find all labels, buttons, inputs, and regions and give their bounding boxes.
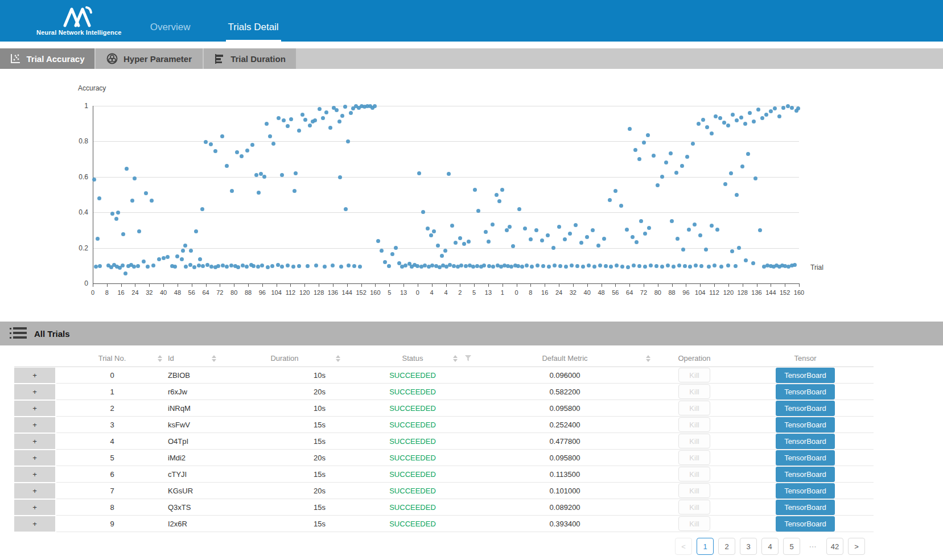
scatter-point[interactable] — [628, 127, 632, 131]
scatter-point[interactable] — [331, 263, 335, 267]
sort-icon-id[interactable] — [212, 355, 216, 362]
kill-button[interactable]: Kill — [678, 500, 710, 514]
scatter-point[interactable] — [643, 232, 647, 236]
scatter-point[interactable] — [204, 140, 208, 144]
scatter-point[interactable] — [753, 176, 757, 180]
scatter-point[interactable] — [735, 118, 739, 122]
scatter-point[interactable] — [230, 189, 234, 193]
kill-button[interactable]: Kill — [678, 450, 710, 465]
scatter-point[interactable] — [604, 264, 608, 268]
scatter-point[interactable] — [596, 244, 600, 248]
scatter-point[interactable] — [394, 246, 398, 250]
row-expander-button[interactable]: + — [14, 483, 56, 499]
scatter-point[interactable] — [198, 257, 202, 261]
scatter-point[interactable] — [349, 111, 353, 115]
tab-trial-duration[interactable]: Trial Duration — [204, 48, 296, 69]
scatter-point[interactable] — [277, 116, 281, 120]
scatter-point[interactable] — [280, 265, 284, 269]
scatter-point[interactable] — [166, 255, 170, 259]
scatter-point[interactable] — [793, 263, 797, 267]
scatter-point[interactable] — [294, 171, 298, 175]
scatter-point[interactable] — [520, 265, 524, 269]
scatter-point[interactable] — [568, 232, 572, 236]
scatter-point[interactable] — [250, 143, 254, 147]
scatter-point[interactable] — [730, 249, 734, 253]
scatter-point[interactable] — [551, 246, 555, 250]
scatter-point[interactable] — [268, 134, 272, 138]
scatter-point[interactable] — [200, 207, 204, 211]
scatter-point[interactable] — [338, 175, 342, 179]
kill-button[interactable]: Kill — [678, 417, 710, 432]
scatter-point[interactable] — [669, 151, 673, 155]
scatter-point[interactable] — [625, 228, 629, 232]
scatter-point[interactable] — [282, 118, 286, 122]
scatter-point[interactable] — [722, 121, 726, 125]
kill-button[interactable]: Kill — [678, 467, 710, 481]
scatter-point[interactable] — [447, 172, 451, 176]
scatter-point[interactable] — [734, 264, 738, 268]
row-expander-button[interactable]: + — [14, 400, 56, 417]
scatter-point[interactable] — [540, 238, 544, 242]
scatter-point[interactable] — [125, 167, 129, 171]
scatter-point[interactable] — [484, 230, 488, 234]
scatter-point[interactable] — [475, 264, 479, 268]
scatter-point[interactable] — [96, 237, 100, 241]
scatter-point[interactable] — [713, 263, 716, 267]
scatter-point[interactable] — [698, 233, 702, 237]
scatter-point[interactable] — [609, 265, 613, 269]
scatter-point[interactable] — [221, 263, 225, 267]
scatter-point[interactable] — [685, 155, 689, 159]
scatter-point[interactable] — [723, 182, 727, 186]
scatter-point[interactable] — [697, 122, 701, 126]
scatter-point[interactable] — [262, 175, 266, 179]
scatter-point[interactable] — [321, 116, 325, 120]
scatter-point[interactable] — [752, 120, 756, 123]
row-expander-button[interactable]: + — [14, 417, 56, 433]
scatter-point[interactable] — [626, 265, 630, 269]
tab-hyper-parameter[interactable]: Hyper Parameter — [96, 48, 203, 69]
scatter-point[interactable] — [181, 249, 185, 253]
scatter-point[interactable] — [677, 263, 681, 267]
scatter-point[interactable] — [205, 263, 209, 267]
scatter-point[interactable] — [660, 265, 664, 269]
scatter-point[interactable] — [536, 263, 540, 267]
tensorboard-button[interactable]: TensorBoard — [776, 401, 835, 416]
scatter-point[interactable] — [464, 264, 468, 268]
scatter-point[interactable] — [313, 118, 317, 122]
scatter-point[interactable] — [619, 204, 623, 208]
filter-icon[interactable] — [465, 355, 471, 361]
scatter-point[interactable] — [729, 171, 733, 175]
scatter-point[interactable] — [137, 229, 141, 233]
scatter-point[interactable] — [575, 264, 579, 268]
scatter-point[interactable] — [94, 265, 98, 269]
scatter-point[interactable] — [743, 122, 747, 126]
row-expander-button[interactable]: + — [14, 516, 56, 532]
scatter-point[interactable] — [114, 217, 118, 221]
scatter-point[interactable] — [450, 224, 454, 228]
scatter-point[interactable] — [423, 263, 427, 267]
scatter-point[interactable] — [500, 188, 504, 192]
scatter-point[interactable] — [637, 264, 641, 268]
scatter-point[interactable] — [314, 263, 318, 267]
scatter-point[interactable] — [133, 176, 137, 180]
pagination-ellipsis[interactable]: ⋯ — [805, 538, 822, 555]
scatter-point[interactable] — [347, 263, 351, 267]
scatter-point[interactable] — [534, 228, 538, 232]
scatter-point[interactable] — [688, 265, 692, 269]
row-expander-button[interactable]: + — [14, 499, 56, 516]
scatter-point[interactable] — [236, 265, 240, 269]
scatter-point[interactable] — [672, 265, 676, 269]
scatter-point[interactable] — [541, 264, 545, 268]
row-expander-button[interactable]: + — [14, 384, 56, 400]
row-expander-button[interactable]: + — [14, 466, 56, 483]
scatter-point[interactable] — [687, 228, 691, 232]
pagination-prev-button[interactable]: < — [675, 538, 692, 555]
scatter-point[interactable] — [123, 271, 127, 275]
kill-button[interactable]: Kill — [678, 434, 710, 448]
scatter-point[interactable] — [376, 239, 380, 243]
scatter-point[interactable] — [270, 264, 274, 268]
scatter-point[interactable] — [530, 265, 534, 269]
scatter-point[interactable] — [175, 254, 179, 258]
scatter-point[interactable] — [192, 265, 196, 269]
scatter-point[interactable] — [213, 149, 217, 153]
